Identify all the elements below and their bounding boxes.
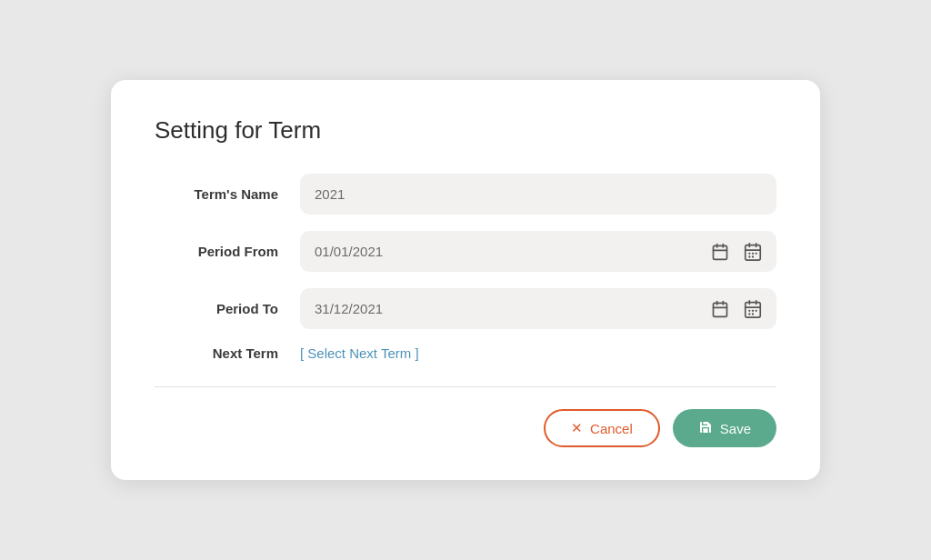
calendar-day-icon-to[interactable] bbox=[707, 296, 733, 322]
term-name-row: Term's Name bbox=[155, 174, 776, 215]
save-disk-icon bbox=[698, 420, 713, 437]
save-label: Save bbox=[720, 421, 751, 436]
button-row: ✕ Cancel Save bbox=[155, 409, 776, 447]
period-from-row: Period From 01/01/2021 bbox=[155, 231, 776, 272]
cancel-label: Cancel bbox=[590, 421, 633, 436]
period-to-value: 31/12/2021 bbox=[315, 288, 707, 329]
calendar-day-icon-from[interactable] bbox=[707, 239, 733, 265]
svg-rect-13 bbox=[714, 303, 727, 316]
svg-rect-0 bbox=[714, 245, 727, 259]
modal-title: Setting for Term bbox=[155, 116, 776, 145]
calendar-grid-icon-from[interactable] bbox=[740, 239, 766, 265]
setting-for-term-modal: Setting for Term Term's Name Period From… bbox=[111, 80, 820, 480]
term-name-input[interactable] bbox=[300, 174, 776, 215]
cancel-button[interactable]: ✕ Cancel bbox=[544, 409, 660, 447]
period-to-field: 31/12/2021 bbox=[300, 288, 776, 329]
next-term-row: Next Term [ Select Next Term ] bbox=[155, 345, 776, 361]
period-to-label: Period To bbox=[155, 301, 300, 316]
next-term-label: Next Term bbox=[155, 345, 300, 361]
period-from-field: 01/01/2021 bbox=[300, 231, 776, 272]
save-button[interactable]: Save bbox=[673, 409, 776, 447]
select-next-term-link[interactable]: [ Select Next Term ] bbox=[300, 345, 419, 361]
divider bbox=[155, 386, 776, 387]
cancel-x-icon: ✕ bbox=[571, 420, 583, 436]
period-to-icons bbox=[707, 296, 766, 322]
period-to-row: Period To 31/12/2021 bbox=[155, 288, 776, 329]
term-name-label: Term's Name bbox=[155, 186, 300, 202]
period-from-value: 01/01/2021 bbox=[315, 231, 707, 272]
calendar-grid-icon-to[interactable] bbox=[740, 296, 766, 322]
period-from-icons bbox=[707, 239, 766, 265]
period-from-label: Period From bbox=[155, 244, 300, 259]
